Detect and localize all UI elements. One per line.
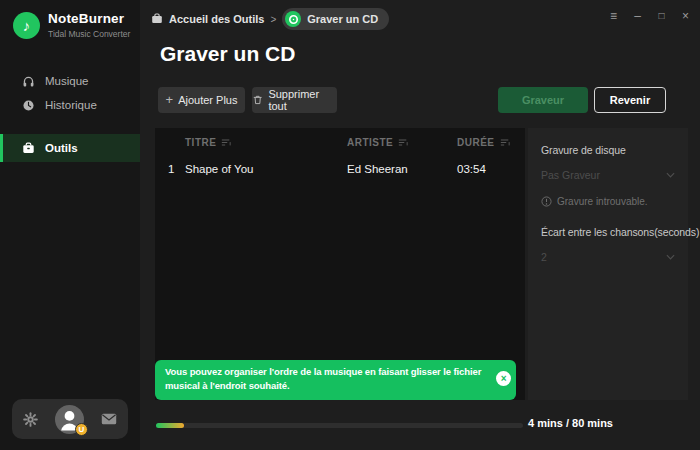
gap-select[interactable]: 2 bbox=[541, 251, 678, 263]
row-duration: 03:54 bbox=[457, 163, 486, 175]
minimize-icon[interactable]: – bbox=[631, 7, 644, 25]
sidebar: ♪ NoteBurner Tidal Music Converter Musiq… bbox=[0, 0, 140, 450]
burner-select[interactable]: Pas Graveur bbox=[541, 169, 678, 181]
chevron-down-icon bbox=[666, 172, 675, 178]
sort-icon[interactable] bbox=[221, 138, 231, 147]
app-name: NoteBurner bbox=[48, 11, 130, 26]
close-icon[interactable]: × bbox=[679, 7, 692, 25]
app-logo: ♪ NoteBurner Tidal Music Converter bbox=[13, 11, 130, 39]
plus-icon: + bbox=[166, 92, 174, 107]
user-avatar[interactable]: U bbox=[55, 405, 84, 434]
close-x-icon: × bbox=[501, 371, 507, 386]
row-number: 1 bbox=[168, 163, 174, 175]
table-row[interactable]: 1 Shape of You Ed Sheeran 03:54 bbox=[155, 159, 525, 183]
toolbox-icon bbox=[22, 142, 35, 155]
trash-icon bbox=[252, 94, 263, 106]
window-controls: ≡ – □ × bbox=[607, 7, 692, 25]
gap-select-value: 2 bbox=[541, 251, 547, 263]
row-artist: Ed Sheeran bbox=[347, 163, 408, 175]
sidebar-item-label: Historique bbox=[45, 99, 97, 111]
column-artist-label: ARTISTE bbox=[347, 137, 393, 148]
back-button[interactable]: Revenir bbox=[594, 87, 666, 113]
column-header-duration: DURÉE bbox=[457, 137, 510, 148]
column-duration-label: DURÉE bbox=[457, 137, 495, 148]
sidebar-item-outils[interactable]: Outils bbox=[0, 134, 140, 162]
app-subtitle: Tidal Music Converter bbox=[48, 29, 130, 39]
breadcrumb-current-label: Graver un CD bbox=[307, 13, 378, 25]
burner-select-value: Pas Graveur bbox=[541, 169, 600, 181]
breadcrumb-root[interactable]: Accueil des Outils bbox=[169, 13, 264, 25]
license-badge: U bbox=[75, 423, 88, 436]
sidebar-item-label: Musique bbox=[45, 75, 88, 87]
music-note-icon: ♪ bbox=[23, 17, 31, 34]
feedback-mail-button[interactable] bbox=[101, 413, 117, 425]
sort-icon[interactable] bbox=[500, 138, 510, 147]
burner-label: Gravure de disque bbox=[541, 144, 678, 156]
column-header-title: TITRE bbox=[185, 137, 231, 148]
sidebar-item-label: Outils bbox=[45, 142, 78, 154]
burn-disc-icon bbox=[285, 11, 301, 27]
toast-message: Vous pouvez organiser l'ordre de la musi… bbox=[165, 366, 481, 391]
column-title-label: TITRE bbox=[185, 137, 216, 148]
row-title: Shape of You bbox=[185, 163, 253, 175]
gap-label: Écart entre les chansons(seconds) bbox=[541, 226, 678, 238]
burn-label: Graveur bbox=[522, 94, 564, 106]
envelope-icon bbox=[101, 413, 117, 425]
menu-icon[interactable]: ≡ bbox=[607, 7, 620, 25]
burner-warning: Gravure introuvable. bbox=[541, 196, 678, 207]
clock-icon bbox=[22, 99, 35, 112]
column-header-artist: ARTISTE bbox=[347, 137, 408, 148]
info-icon bbox=[541, 196, 552, 207]
burn-button[interactable]: Graveur bbox=[498, 87, 588, 113]
settings-gear-button[interactable] bbox=[23, 412, 38, 427]
back-label: Revenir bbox=[610, 94, 650, 106]
delete-all-button[interactable]: Supprimer tout bbox=[252, 87, 337, 113]
toast-close-button[interactable]: × bbox=[496, 371, 511, 386]
app-title-block: NoteBurner Tidal Music Converter bbox=[48, 11, 130, 39]
sidebar-item-historique[interactable]: Historique bbox=[0, 92, 140, 118]
sidebar-item-musique[interactable]: Musique bbox=[0, 68, 140, 94]
headphones-icon bbox=[22, 75, 35, 88]
add-more-button[interactable]: + Ajouter Plus bbox=[158, 87, 245, 113]
burn-settings-panel: Gravure de disque Pas Graveur Gravure in… bbox=[528, 128, 688, 400]
chevron-down-icon bbox=[666, 254, 675, 260]
breadcrumb-current[interactable]: Graver un CD bbox=[282, 8, 389, 30]
gear-icon bbox=[23, 412, 38, 427]
burner-warning-text: Gravure introuvable. bbox=[557, 196, 648, 207]
delete-all-label: Supprimer tout bbox=[268, 88, 337, 112]
add-more-label: Ajouter Plus bbox=[178, 94, 237, 106]
maximize-icon[interactable]: □ bbox=[655, 7, 668, 25]
page-title: Graver un CD bbox=[160, 42, 295, 66]
account-bar: U bbox=[12, 399, 128, 439]
cd-capacity-progressbar bbox=[156, 423, 523, 428]
progress-fill bbox=[156, 423, 184, 428]
app-logo-icon: ♪ bbox=[13, 12, 40, 39]
breadcrumb-separator: > bbox=[270, 14, 276, 25]
tools-home-icon bbox=[151, 13, 163, 25]
drag-hint-toast: Vous pouvez organiser l'ordre de la musi… bbox=[155, 360, 516, 400]
sort-icon[interactable] bbox=[398, 138, 408, 147]
cd-capacity-text: 4 mins / 80 mins bbox=[528, 417, 613, 429]
app-window: ♪ NoteBurner Tidal Music Converter Musiq… bbox=[0, 0, 700, 450]
breadcrumb: Accueil des Outils > Graver un CD bbox=[151, 8, 389, 30]
